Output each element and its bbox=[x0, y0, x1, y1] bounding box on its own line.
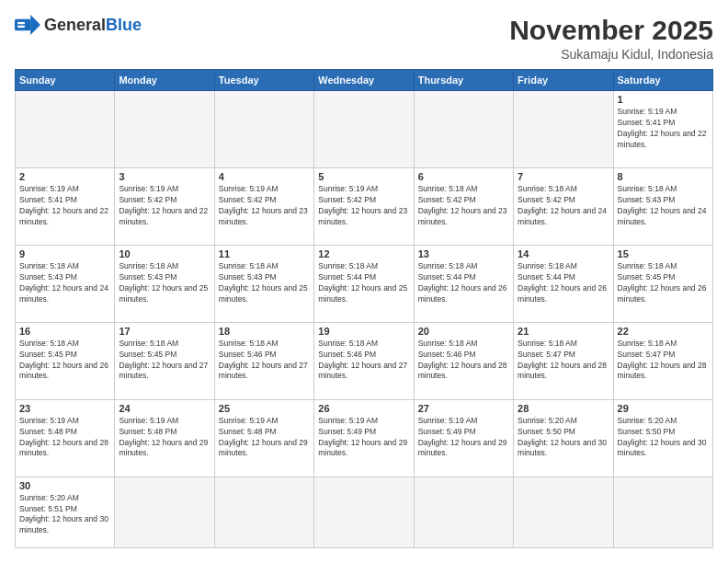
header: GeneralBlue November 2025 Sukamaju Kidul… bbox=[15, 15, 713, 62]
table-row: 6Sunrise: 5:18 AM Sunset: 5:42 PM Daylig… bbox=[414, 167, 513, 245]
table-row bbox=[314, 91, 414, 168]
table-row: 29Sunrise: 5:20 AM Sunset: 5:50 PM Dayli… bbox=[613, 399, 712, 477]
calendar-table: Sunday Monday Tuesday Wednesday Thursday… bbox=[15, 69, 713, 548]
page: GeneralBlue November 2025 Sukamaju Kidul… bbox=[0, 0, 728, 563]
day-info: Sunrise: 5:19 AM Sunset: 5:42 PM Dayligh… bbox=[119, 184, 210, 228]
day-number: 26 bbox=[318, 403, 409, 414]
day-info: Sunrise: 5:18 AM Sunset: 5:44 PM Dayligh… bbox=[518, 261, 609, 305]
day-info: Sunrise: 5:19 AM Sunset: 5:42 PM Dayligh… bbox=[219, 184, 310, 228]
day-info: Sunrise: 5:18 AM Sunset: 5:47 PM Dayligh… bbox=[518, 339, 609, 383]
table-row bbox=[514, 477, 613, 547]
day-info: Sunrise: 5:18 AM Sunset: 5:43 PM Dayligh… bbox=[618, 184, 709, 228]
table-row bbox=[16, 91, 115, 168]
day-number: 22 bbox=[618, 326, 709, 337]
day-number: 25 bbox=[219, 403, 310, 414]
day-number: 3 bbox=[119, 171, 210, 182]
svg-marker-1 bbox=[30, 15, 40, 35]
header-monday: Monday bbox=[115, 70, 214, 91]
svg-rect-2 bbox=[17, 22, 25, 24]
table-row bbox=[514, 91, 613, 168]
calendar-week-row: 23Sunrise: 5:19 AM Sunset: 5:48 PM Dayli… bbox=[16, 399, 713, 477]
day-number: 2 bbox=[19, 171, 110, 182]
table-row: 7Sunrise: 5:18 AM Sunset: 5:42 PM Daylig… bbox=[514, 167, 613, 245]
day-info: Sunrise: 5:18 AM Sunset: 5:45 PM Dayligh… bbox=[618, 261, 709, 305]
day-info: Sunrise: 5:18 AM Sunset: 5:45 PM Dayligh… bbox=[119, 339, 210, 383]
day-number: 23 bbox=[19, 403, 110, 414]
table-row: 20Sunrise: 5:18 AM Sunset: 5:46 PM Dayli… bbox=[414, 322, 513, 399]
table-row: 3Sunrise: 5:19 AM Sunset: 5:42 PM Daylig… bbox=[115, 167, 214, 245]
calendar-week-row: 1Sunrise: 5:19 AM Sunset: 5:41 PM Daylig… bbox=[16, 91, 713, 168]
table-row: 12Sunrise: 5:18 AM Sunset: 5:44 PM Dayli… bbox=[314, 245, 414, 322]
table-row bbox=[214, 477, 313, 547]
table-row bbox=[115, 477, 214, 547]
day-number: 5 bbox=[318, 171, 409, 182]
table-row bbox=[115, 91, 214, 168]
table-row bbox=[613, 477, 712, 547]
table-row: 23Sunrise: 5:19 AM Sunset: 5:48 PM Dayli… bbox=[16, 399, 115, 477]
header-thursday: Thursday bbox=[414, 70, 513, 91]
logo: GeneralBlue bbox=[15, 15, 142, 35]
day-number: 11 bbox=[219, 248, 310, 259]
month-title: November 2025 bbox=[509, 15, 713, 45]
day-number: 10 bbox=[119, 248, 210, 259]
day-number: 9 bbox=[19, 248, 110, 259]
table-row bbox=[414, 91, 513, 168]
header-sunday: Sunday bbox=[16, 70, 115, 91]
calendar-week-row: 16Sunrise: 5:18 AM Sunset: 5:45 PM Dayli… bbox=[16, 322, 713, 399]
day-number: 8 bbox=[618, 171, 709, 182]
day-info: Sunrise: 5:18 AM Sunset: 5:42 PM Dayligh… bbox=[518, 184, 609, 228]
day-number: 6 bbox=[418, 171, 509, 182]
day-number: 24 bbox=[119, 403, 210, 414]
table-row: 22Sunrise: 5:18 AM Sunset: 5:47 PM Dayli… bbox=[613, 322, 712, 399]
table-row: 8Sunrise: 5:18 AM Sunset: 5:43 PM Daylig… bbox=[613, 167, 712, 245]
table-row: 13Sunrise: 5:18 AM Sunset: 5:44 PM Dayli… bbox=[414, 245, 513, 322]
table-row: 2Sunrise: 5:19 AM Sunset: 5:41 PM Daylig… bbox=[16, 167, 115, 245]
day-number: 19 bbox=[318, 326, 409, 337]
day-info: Sunrise: 5:19 AM Sunset: 5:49 PM Dayligh… bbox=[418, 416, 509, 460]
day-info: Sunrise: 5:18 AM Sunset: 5:42 PM Dayligh… bbox=[418, 184, 509, 228]
logo-general: General bbox=[44, 16, 106, 34]
day-info: Sunrise: 5:18 AM Sunset: 5:45 PM Dayligh… bbox=[19, 339, 110, 383]
day-number: 21 bbox=[518, 326, 609, 337]
day-info: Sunrise: 5:20 AM Sunset: 5:50 PM Dayligh… bbox=[618, 416, 709, 460]
table-row: 16Sunrise: 5:18 AM Sunset: 5:45 PM Dayli… bbox=[16, 322, 115, 399]
header-saturday: Saturday bbox=[613, 70, 712, 91]
calendar-week-row: 9Sunrise: 5:18 AM Sunset: 5:43 PM Daylig… bbox=[16, 245, 713, 322]
day-number: 15 bbox=[618, 248, 709, 259]
day-number: 28 bbox=[518, 403, 609, 414]
header-friday: Friday bbox=[514, 70, 613, 91]
table-row: 10Sunrise: 5:18 AM Sunset: 5:43 PM Dayli… bbox=[115, 245, 214, 322]
location: Sukamaju Kidul, Indonesia bbox=[509, 47, 713, 62]
table-row: 18Sunrise: 5:18 AM Sunset: 5:46 PM Dayli… bbox=[214, 322, 313, 399]
day-info: Sunrise: 5:18 AM Sunset: 5:46 PM Dayligh… bbox=[318, 339, 409, 383]
day-info: Sunrise: 5:18 AM Sunset: 5:46 PM Dayligh… bbox=[418, 339, 509, 383]
table-row: 28Sunrise: 5:20 AM Sunset: 5:50 PM Dayli… bbox=[514, 399, 613, 477]
table-row: 25Sunrise: 5:19 AM Sunset: 5:48 PM Dayli… bbox=[214, 399, 313, 477]
day-number: 27 bbox=[418, 403, 509, 414]
table-row: 14Sunrise: 5:18 AM Sunset: 5:44 PM Dayli… bbox=[514, 245, 613, 322]
table-row: 30Sunrise: 5:20 AM Sunset: 5:51 PM Dayli… bbox=[16, 477, 115, 547]
day-info: Sunrise: 5:19 AM Sunset: 5:49 PM Dayligh… bbox=[318, 416, 409, 460]
day-number: 7 bbox=[518, 171, 609, 182]
table-row: 4Sunrise: 5:19 AM Sunset: 5:42 PM Daylig… bbox=[214, 167, 313, 245]
day-info: Sunrise: 5:18 AM Sunset: 5:47 PM Dayligh… bbox=[618, 339, 709, 383]
calendar-week-row: 30Sunrise: 5:20 AM Sunset: 5:51 PM Dayli… bbox=[16, 477, 713, 547]
day-number: 20 bbox=[418, 326, 509, 337]
table-row: 26Sunrise: 5:19 AM Sunset: 5:49 PM Dayli… bbox=[314, 399, 414, 477]
table-row: 27Sunrise: 5:19 AM Sunset: 5:49 PM Dayli… bbox=[414, 399, 513, 477]
day-info: Sunrise: 5:18 AM Sunset: 5:43 PM Dayligh… bbox=[19, 261, 110, 305]
table-row: 1Sunrise: 5:19 AM Sunset: 5:41 PM Daylig… bbox=[613, 91, 712, 168]
table-row: 21Sunrise: 5:18 AM Sunset: 5:47 PM Dayli… bbox=[514, 322, 613, 399]
day-number: 16 bbox=[19, 326, 110, 337]
table-row: 24Sunrise: 5:19 AM Sunset: 5:48 PM Dayli… bbox=[115, 399, 214, 477]
day-info: Sunrise: 5:19 AM Sunset: 5:41 PM Dayligh… bbox=[618, 107, 709, 151]
header-tuesday: Tuesday bbox=[214, 70, 313, 91]
table-row bbox=[314, 477, 414, 547]
table-row: 11Sunrise: 5:18 AM Sunset: 5:43 PM Dayli… bbox=[214, 245, 313, 322]
day-info: Sunrise: 5:19 AM Sunset: 5:48 PM Dayligh… bbox=[19, 416, 110, 460]
table-row: 9Sunrise: 5:18 AM Sunset: 5:43 PM Daylig… bbox=[16, 245, 115, 322]
table-row bbox=[414, 477, 513, 547]
day-number: 12 bbox=[318, 248, 409, 259]
day-info: Sunrise: 5:19 AM Sunset: 5:48 PM Dayligh… bbox=[219, 416, 310, 460]
day-number: 14 bbox=[518, 248, 609, 259]
